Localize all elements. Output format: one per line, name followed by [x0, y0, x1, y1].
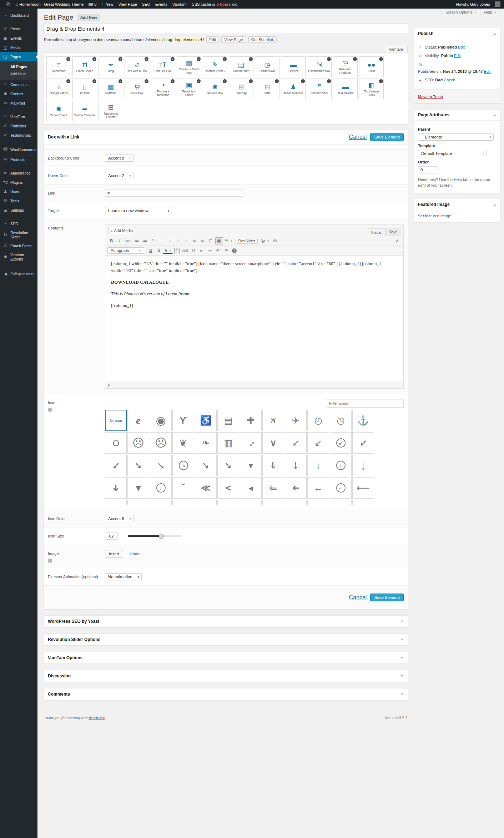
undo-button[interactable]: ↶	[214, 247, 222, 254]
icon-option-arrow-down-circled-alt[interactable]: ↓	[150, 477, 172, 499]
vamtam-menu[interactable]: Vamtam	[170, 0, 189, 9]
new-content-menu[interactable]: + New	[99, 0, 116, 9]
info-icon[interactable]: i	[327, 57, 331, 61]
edit-visibility-link[interactable]: Edit	[454, 54, 461, 58]
icon-option-clipped[interactable]	[217, 500, 239, 505]
screen-options-tab[interactable]: Screen Options▼	[442, 9, 481, 16]
icon-option-clipped[interactable]	[285, 500, 307, 505]
icon-option-arrow-left-lines[interactable]: ⇚	[262, 477, 284, 499]
toolbar-toggle-button[interactable]: ▦	[215, 237, 223, 244]
icon-option-clipped[interactable]	[150, 500, 172, 505]
filter-icons-input[interactable]	[327, 399, 404, 408]
icon-option-accessibility[interactable]: ϒ	[172, 410, 194, 431]
howdy-menu[interactable]: Howdy, Gary Jones	[454, 0, 493, 9]
element-revolution-slider[interactable]: ▣Revolution Slideri	[177, 79, 201, 99]
icon-option-chevron-left[interactable]: <	[217, 477, 239, 499]
icon-option-clock[interactable]: ◷	[330, 410, 352, 431]
sidebar-item-vamtam[interactable]: ⌘VamTam	[0, 112, 37, 121]
submenu-item-all-pages[interactable]: All Pages	[0, 63, 37, 70]
sidebar-item-testimonials[interactable]: ✐Testimonials	[0, 131, 37, 140]
parent-select[interactable]: Elements ▲ ▼	[418, 133, 494, 141]
icon-option-arrow-left[interactable]: ←	[307, 477, 329, 499]
image-insert-button[interactable]: Insert	[105, 550, 123, 558]
horizontal-rule-button[interactable]: —	[158, 237, 166, 244]
icon-option-arrow-down-heavy[interactable]: ➘	[285, 455, 307, 476]
icon-option-arrow-down-dashed[interactable]: ⇓	[262, 455, 284, 476]
icon-option-arrow-down-circled[interactable]: ↓	[330, 455, 352, 476]
info-icon[interactable]: i	[327, 79, 331, 83]
icon-option-angry-face[interactable]: ☹	[150, 432, 172, 454]
element-price-box[interactable]: Price Boxi	[125, 79, 149, 99]
element-blank-space[interactable]: ĦBlank Spacei	[72, 56, 97, 77]
strikethrough-button[interactable]: ABC	[124, 237, 133, 244]
numbered-list-button[interactable]: ≕	[141, 237, 149, 244]
sidebar-item-appearance[interactable]: ✏Appearance	[0, 168, 37, 178]
element-box-with-a-link[interactable]: ∞Box with a Linki	[125, 56, 149, 77]
collapse-toggle-icon[interactable]: ▲	[493, 32, 497, 35]
icon-option-chevron-down-thick[interactable]: ∨	[262, 432, 284, 454]
element-column-color-box[interactable]: ▦Column - Color Boxi	[177, 56, 201, 77]
icon-option-arrow-down-left-sharp[interactable]: ➘	[352, 432, 374, 454]
sidebar-item-woocommerce[interactable]: ⓌWooCommerce	[0, 144, 37, 155]
info-icon[interactable]: i	[223, 57, 227, 61]
element-divider[interactable]: ▬Divider	[281, 56, 306, 77]
align-left-button[interactable]: ≡	[166, 237, 174, 244]
info-icon[interactable]: i	[249, 57, 253, 61]
icon-option-clipped[interactable]	[330, 500, 352, 505]
icon-option-arrow-down-right-circled[interactable]: ↘	[172, 455, 194, 476]
icon-option-arrow-down-right-heavy[interactable]: ➘	[127, 455, 149, 476]
element-team-member[interactable]: ♟Team Memberi	[281, 79, 306, 99]
bullet-list-button[interactable]: ≔	[133, 237, 141, 244]
align-center-button[interactable]: ≡	[174, 237, 182, 244]
sidebar-item-contact[interactable]: ✺Contact	[0, 89, 37, 99]
icon-option-clipped[interactable]	[352, 500, 374, 505]
icon-option-arrow-left-circled[interactable]: ←	[330, 477, 352, 499]
icon-option-no-icon[interactable]: No icon	[105, 410, 127, 431]
icon-option-first-aid[interactable]: ✚	[240, 410, 262, 431]
sidebar-item-collapse-menu[interactable]: ◀Collapse menu	[0, 269, 37, 278]
revslider-button[interactable]: RevSlider	[236, 238, 258, 244]
info-icon[interactable]: i	[119, 79, 122, 83]
icon-option-record-circle[interactable]: ◉	[150, 410, 172, 431]
element-contact-form-7[interactable]: ✎Contact Form 7i	[203, 56, 227, 77]
sidebar-item-products[interactable]: Products	[0, 155, 37, 164]
link-button[interactable]: ∞	[191, 237, 198, 244]
icon-option-wheelchair[interactable]: ♿	[195, 410, 217, 431]
element-service-box[interactable]: ✺Service Boxi	[203, 79, 227, 99]
info-icon[interactable]: i	[197, 79, 201, 83]
unlink-button[interactable]: ∞	[199, 237, 207, 244]
icon-option-archive[interactable]: ▥	[217, 432, 239, 454]
chevron-down-icon[interactable]: ▼	[400, 638, 404, 641]
info-icon[interactable]: i	[223, 79, 227, 83]
info-icon[interactable]: i	[48, 559, 52, 563]
template-select[interactable]: Default Template ▲ ▼	[418, 150, 487, 157]
background-color-select[interactable]: Accent 8 ▲ ▼	[105, 155, 133, 162]
icon-option-address-book[interactable]: ▤	[217, 410, 239, 431]
icon-option-arrow-left-heavy[interactable]: ➜	[285, 477, 307, 499]
info-icon[interactable]: i	[145, 79, 148, 83]
align-right-button[interactable]: ≡	[182, 237, 190, 244]
element-progress-indicator[interactable]: ◔Progress Indicatori	[151, 79, 175, 99]
help-tab[interactable]: Help▼	[480, 9, 500, 16]
icon-option-chevron-left-bar[interactable]: ≪	[195, 477, 217, 499]
text-tab[interactable]: Text	[385, 228, 400, 236]
element-countdown[interactable]: ◷Countdown	[255, 56, 279, 77]
element-tabs[interactable]: ⊟Tabsi	[255, 79, 279, 99]
view-page-menu[interactable]: View Page	[116, 0, 139, 9]
target-select[interactable]: Load in a new window ▲ ▼	[105, 207, 172, 214]
element-call-out-box[interactable]: тTCall Out Boxi	[151, 56, 175, 77]
fullscreen-button[interactable]: ✕	[393, 237, 401, 244]
wp-logo-menu[interactable]: Ⓦ	[4, 0, 13, 9]
slider-handle[interactable]	[159, 534, 164, 539]
seo-menu[interactable]: SEO	[140, 0, 153, 9]
collapse-toggle-icon[interactable]: ▲	[493, 203, 497, 206]
get-shortlink-button[interactable]: Get Shortlink	[248, 36, 277, 43]
icon-option-arrow-left-sharp[interactable]: ⟵	[352, 477, 374, 499]
element-featured-products[interactable]: Featured Productsi	[333, 56, 358, 77]
view-page-button[interactable]: View Page	[221, 36, 246, 43]
hover-color-select[interactable]: Accent 2 ▲ ▼	[105, 172, 133, 179]
visual-tab[interactable]: Visual	[367, 228, 385, 236]
icon-option-anchor[interactable]: ⚓	[352, 410, 374, 431]
icon-option-arrow-down-right-sharp[interactable]: ➘	[195, 455, 217, 476]
sidebar-item-pages[interactable]: ❏Pages	[0, 52, 37, 61]
